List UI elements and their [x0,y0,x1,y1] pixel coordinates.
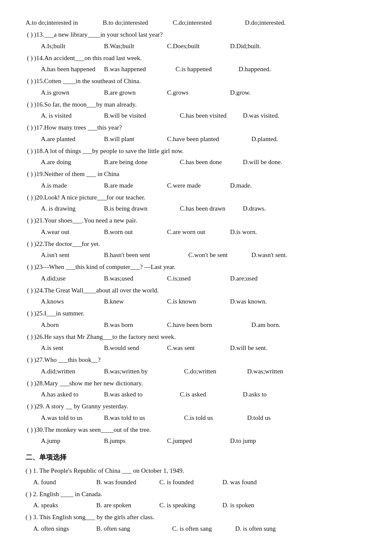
section2-question-1: ( ) 1. The People's Republic of China __… [26,465,366,488]
option-d: D.was visited. [243,110,298,121]
option-d: D.happened. [239,64,294,75]
option-d: D.planted. [251,133,307,145]
option-d: D.Did;built. [230,40,285,52]
option-d: D. was found [222,477,278,488]
answer-bracket: ( ) [26,145,34,156]
option-b: B.worn out [104,226,159,237]
option-d: D.to jump [230,435,285,446]
option-c: C.has been drawn [180,203,235,214]
question-23: ( ) )23—When ___this kind of computer___… [26,261,366,284]
option-text: B.to do;interested [103,17,148,28]
option-d: D.was;written [247,366,303,377]
question-text: )19.Neither of them ___ in China [34,168,119,179]
question-28: ( ) )28.Mary ___show me her new dictiona… [26,378,366,400]
option-b: B.was asked to [104,389,172,400]
answer-bracket: ( ) [26,215,34,226]
answer-bracket: ( ) [26,238,34,249]
option-d: D.will be sent. [230,342,285,353]
option-a: A.is made [41,180,96,191]
option-c: C.has been done [180,156,235,168]
question-text: )17.How many trees ___this year? [34,122,122,133]
option-b: B. often sang [96,523,164,534]
option-a: A.wear out [41,226,96,237]
section2-title: 二、单项选择 [26,451,366,463]
question-21: ( ) )21.Your shoes___.You need a new pai… [26,215,366,237]
question-text: )24.The Great Wall____about all over the… [34,285,159,296]
answer-bracket: ( ) [26,285,34,296]
option-text: D.do;interested. [245,17,286,28]
option-c: C.has been visited [180,110,235,121]
question-text: )27.Who ___this book__? [34,354,101,365]
answer-bracket: ( ) [26,401,34,412]
question-29: ( ) )29. A story __ by Granny yesterday.… [26,401,366,423]
option-c: C.have been born [167,319,244,330]
question-text: )20.Look! A nice picture___for our teach… [34,192,145,203]
option-d: D.grow. [230,87,285,98]
option-c: C.are worn out [167,226,222,237]
option-d: D.asks to [243,389,298,400]
option-c: C. is founded [159,477,215,488]
question-text: ( ) 3. This English song___ by the girls… [26,512,154,523]
question-18: ( ) )18.A lot of things ___by people to … [26,145,366,168]
question-text: )18.A lot of things ___by people to save… [34,145,184,156]
option-a: A.did;written [41,366,96,377]
option-d: D. is spoken [222,500,278,511]
option-d: D.wasn't sent. [251,249,307,260]
option-d: D.will be done. [243,156,298,168]
option-a: A. is drawing [41,203,96,214]
option-text: A.to do;interested in [26,17,78,28]
answer-bracket: ( ) [26,75,34,87]
option-a: A.knows [41,296,96,307]
question-text: )15.Cotten ____in the southeast of China… [34,75,141,87]
answer-bracket: ( ) [26,261,34,272]
question-text: )23—When ___this kind of computer___? —L… [34,261,176,272]
question-20: ( ) )20.Look! A nice picture___for our t… [26,192,366,214]
question-15: ( ) )15.Cotten ____in the southeast of C… [26,75,366,98]
question-19: ( ) )19.Neither of them ___ in China A.i… [26,168,366,191]
option-a: A.has asked to [41,389,96,400]
option-a: A. often sings [33,523,89,534]
answer-bracket: ( ) [26,52,34,64]
option-b: B.hasn't been sent [104,249,181,260]
option-c: C. is speaking [159,500,215,511]
question-17: ( ) )17.How many trees ___this year? A.a… [26,122,366,145]
option-a: A.has been happened [41,64,96,75]
option-b: B.are made [104,180,159,191]
option-b: B. are spoken [96,500,152,511]
option-b: B.are grown [104,87,159,98]
question-27: ( ) )27.Who ___this book__? A.did;writte… [26,354,366,377]
option-b: B.would send [104,342,159,353]
option-c: C.is asked [180,389,235,400]
option-b: B.will be visited [104,110,172,121]
option-d: D.are;used [230,273,285,284]
option-c: C.is told us [184,412,239,423]
option-c: C. is often sang [172,523,228,534]
option-d: D.told us [247,412,303,423]
answer-bracket: ( ) [26,308,34,319]
question-text: )25.I___in summer. [34,308,84,319]
question-text: ( ) 2. English ____ in Canada. [26,489,102,500]
option-c: C.grows [167,87,222,98]
option-a: A.isn't sent [41,249,96,260]
option-d: D.was known. [230,296,285,307]
question-text: )22.The doctor___for yet. [34,238,100,249]
answer-bracket: ( ) [26,354,34,365]
option-c: C.were made [167,180,222,191]
answer-bracket: ( ) [26,29,34,40]
option-c: C.is;used [167,273,222,284]
option-a: A.are planted [41,133,96,145]
answer-bracket: ( ) [26,122,34,133]
question-30: ( ) )30.The monkey was seen____out of th… [26,424,366,447]
option-b: B.is being drawn [104,203,172,214]
question-text: )21.Your shoes___.You need a new pair. [34,215,137,226]
option-c: C.is known [167,296,222,307]
option-b: B.was born [104,319,159,330]
option-a: A.jump [41,435,96,446]
option-b: B.was told to us [104,412,176,423]
answer-bracket: ( ) [26,168,34,179]
option-c: C.have been planted [167,133,244,145]
option-c: C.is happened [176,64,231,75]
option-b: B.are being done [104,156,172,168]
option-d: D.is worn. [230,226,285,237]
option-d: D. is often sung [235,523,291,534]
